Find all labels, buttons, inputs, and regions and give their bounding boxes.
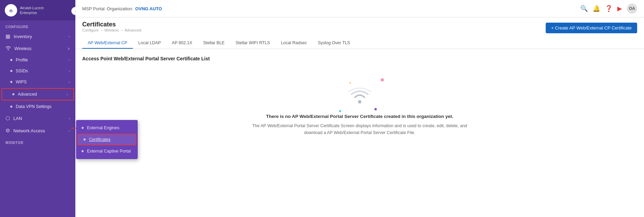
tab-local-radsec[interactable]: Local Radsec (275, 38, 312, 49)
dot-icon (10, 81, 12, 83)
sidebar-item-profile[interactable]: Profile › (0, 55, 75, 65)
inventory-icon: ▦ (5, 33, 10, 39)
chevron-icon: › (69, 58, 70, 62)
monitor-section-label: MONITOR (0, 137, 75, 146)
wifi-icon-wrapper (346, 85, 373, 107)
sidebar-item-wips[interactable]: WIPS › (0, 76, 75, 87)
logo-text: Alcatel·Lucent Enterprise (20, 5, 44, 15)
content-body: Access Point Web/External Portal Server … (75, 49, 644, 217)
dot-icon (12, 93, 14, 95)
deco-dot-teal (339, 110, 341, 112)
dot-icon (82, 150, 84, 152)
bell-icon[interactable]: 🔔 (593, 5, 600, 12)
breadcrumb: Configure → Wireless → Advanced (82, 28, 141, 32)
main-content: MSP Portal Organization: OVNG AUTO 🔍 🔔 ❓… (75, 0, 644, 217)
org-prefix: Organization: (107, 6, 133, 11)
dot-icon (10, 106, 12, 108)
sidebar-item-data-vpn[interactable]: Data VPN Settings (0, 101, 75, 112)
chevron-icon: › (69, 117, 70, 120)
wireless-icon (5, 46, 11, 51)
tab-syslog-over-tls[interactable]: Syslog Over TLS (312, 38, 356, 49)
topbar-left: MSP Portal Organization: OVNG AUTO (82, 6, 162, 11)
wifi-illustration (346, 85, 373, 106)
chevron-icon: › (69, 35, 70, 38)
dot-icon (82, 127, 84, 129)
empty-state-desc: The AP Web/External Portal Server Certif… (243, 122, 476, 136)
sidebar-item-advanced[interactable]: Advanced › (1, 88, 74, 100)
tab-stellar-ble[interactable]: Stellar BLE (198, 38, 230, 49)
help-icon[interactable]: ❓ (605, 5, 612, 12)
network-access-icon: ⚙ (5, 128, 10, 134)
deco-dot-pink (381, 79, 384, 81)
advanced-submenu-popup: External Engines Certificates External C… (76, 120, 138, 159)
chevron-icon: › (69, 80, 70, 84)
content-header: Certificates Configure → Wireless → Adva… (75, 17, 644, 49)
sidebar-logo: n Alcatel·Lucent Enterprise (0, 0, 75, 21)
avatar[interactable]: OA (627, 3, 637, 14)
content-header-top: Certificates Configure → Wireless → Adva… (82, 21, 637, 35)
page-title: Certificates (82, 21, 141, 28)
sidebar-item-wireless[interactable]: Wireless ∧ (0, 43, 75, 55)
tab-ap-web-external-cp[interactable]: AP Web/External CP (82, 38, 133, 49)
submenu-item-external-captive-portal[interactable]: External Captive Portal (76, 146, 138, 156)
create-certificate-button[interactable]: + Create AP Web/External CP Certificate (546, 23, 637, 33)
topbar-right: 🔍 🔔 ❓ ▶ OA (580, 3, 637, 14)
submenu-item-external-engines[interactable]: External Engines (76, 123, 138, 133)
section-title: Access Point Web/External Portal Server … (82, 56, 637, 61)
dot-icon (10, 59, 12, 61)
dot-icon (84, 138, 86, 141)
tab-local-ldap[interactable]: Local LDAP (133, 38, 166, 49)
tab-ap-802[interactable]: AP 802.1X (166, 38, 198, 49)
chevron-icon: › (69, 129, 70, 133)
youtube-icon[interactable]: ▶ (617, 5, 622, 12)
msp-portal-link[interactable]: MSP Portal (82, 6, 105, 11)
empty-state: There is no AP Web/External Portal Serve… (82, 72, 637, 150)
svg-point-0 (358, 100, 361, 104)
submenu-item-certificates[interactable]: Certificates (77, 134, 136, 145)
logo-icon: n (5, 4, 17, 16)
sidebar-item-network-access[interactable]: ⚙ Network Access › (0, 124, 75, 137)
configure-section-label: CONFIGURE (0, 21, 75, 30)
empty-state-title: There is no AP Web/External Portal Serve… (266, 114, 454, 119)
topbar: MSP Portal Organization: OVNG AUTO 🔍 🔔 ❓… (75, 0, 644, 17)
search-icon[interactable]: 🔍 (580, 5, 588, 12)
lan-icon: ⬡ (5, 115, 10, 121)
chevron-icon: › (69, 69, 70, 73)
tabs-bar: AP Web/External CP Local LDAP AP 802.1X … (82, 38, 637, 49)
deco-dot-orange (349, 82, 351, 84)
dot-icon (10, 70, 12, 72)
sidebar-item-inventory[interactable]: ▦ Inventory › (0, 30, 75, 43)
chevron-icon: ∧ (67, 47, 70, 50)
sidebar-item-ssids[interactable]: SSIDs › (0, 65, 75, 76)
org-name[interactable]: OVNG AUTO (135, 6, 162, 11)
sidebar-item-lan[interactable]: ⬡ LAN › (0, 112, 75, 124)
deco-dot-purple (374, 108, 377, 110)
chevron-icon: › (67, 93, 68, 96)
tab-stellar-wifi-rtls[interactable]: Stellar WIFI RTLS (230, 38, 275, 49)
sidebar: n Alcatel·Lucent Enterprise ‹ CONFIGURE … (0, 0, 75, 217)
